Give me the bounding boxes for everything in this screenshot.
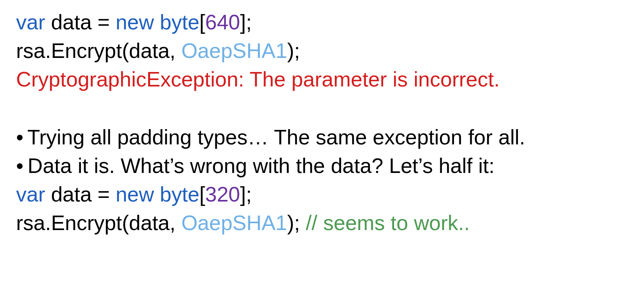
code-comment: // seems to work.. [306,211,470,234]
enum-value: OaepSHA1 [181,211,287,234]
number-literal: 320 [205,183,240,206]
bracket-close: ]; [240,10,252,34]
keyword-byte: byte [154,183,200,206]
slide-content: var data = new byte[640]; rsa.Encrypt(da… [0,0,644,246]
bullet-2: • Data it is. What’s wrong with the data… [16,152,628,180]
code-text: data = [45,10,116,34]
number-literal: 640 [205,10,240,34]
keyword-new: new [116,183,154,206]
keyword-byte: byte [154,10,200,34]
code-text: rsa.Encrypt(data, [16,39,181,62]
code-text: data = [45,183,116,206]
bracket-open: [ [199,183,205,206]
code-text: rsa.Encrypt(data, [16,211,181,234]
keyword-var: var [16,183,45,206]
code-line-4: rsa.Encrypt(data, OaepSHA1); // seems to… [16,209,628,237]
bracket-open: [ [199,10,205,34]
code-line-3: var data = new byte[320]; [16,180,628,209]
keyword-var: var [16,10,45,34]
code-line-1: var data = new byte[640]; [16,8,628,37]
enum-value: OaepSHA1 [181,39,287,62]
code-text: ); [287,211,305,234]
bracket-close: ]; [240,183,252,206]
exception-line: CryptographicException: The parameter is… [16,65,628,94]
code-line-2: rsa.Encrypt(data, OaepSHA1); [16,37,628,65]
code-text: ); [287,39,300,62]
bullet-1: • Trying all padding types… The same exc… [16,123,628,152]
keyword-new: new [116,10,154,34]
spacer [16,94,628,123]
